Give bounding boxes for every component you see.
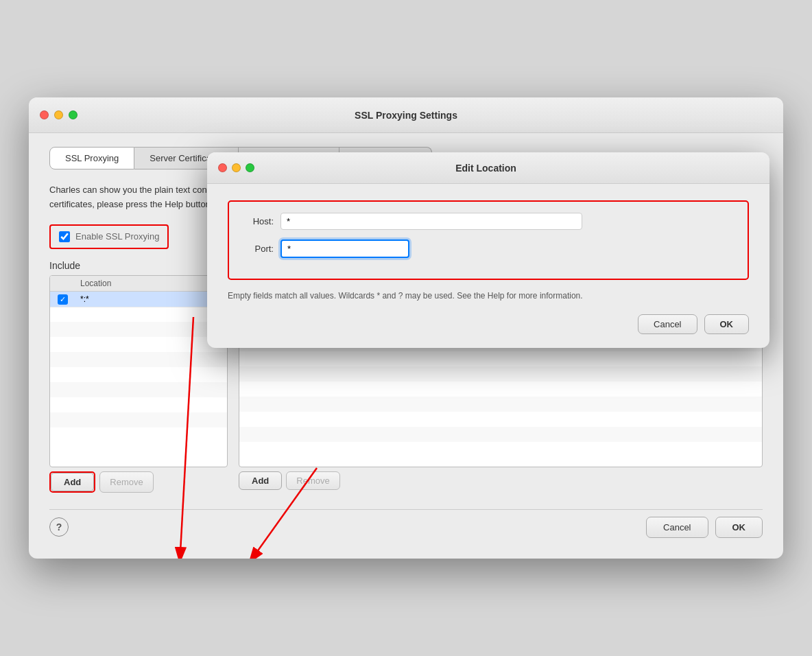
enable-ssl-label: Enable SSL Proxying (75, 231, 159, 242)
main-window: SSL Proxying Settings SSL Proxying Serve… (29, 97, 783, 559)
tab-ssl-proxying[interactable]: SSL Proxying (49, 147, 134, 169)
edit-location-dialog: Edit Location Host: Port: Empty fields m… (207, 152, 769, 348)
minimize-button[interactable] (54, 110, 63, 119)
port-field-group: Port: (243, 239, 734, 258)
bottom-right-buttons: Cancel OK (646, 517, 763, 538)
include-table-header: Location (50, 276, 227, 292)
add-button-highlight: Add (49, 471, 95, 493)
table-row (239, 412, 762, 427)
table-row (50, 352, 227, 367)
dialog-ok-button[interactable]: OK (704, 314, 750, 334)
dialog-cancel-button[interactable]: Cancel (638, 314, 697, 334)
include-buttons: Add Remove (49, 471, 228, 493)
dialog-close-button[interactable] (218, 163, 227, 172)
enable-ssl-row: Enable SSL Proxying (49, 224, 169, 249)
window-title: SSL Proxying Settings (355, 110, 457, 121)
form-highlight-box: Host: Port: (228, 200, 749, 280)
hint-text: Empty fields match all values. Wildcards… (228, 290, 749, 302)
host-field-group: Host: (243, 213, 734, 230)
dialog-title: Edit Location (261, 163, 710, 174)
col-location: Location (75, 276, 227, 292)
table-row (239, 366, 762, 382)
table-row (239, 442, 762, 457)
close-button[interactable] (40, 110, 49, 119)
help-button[interactable]: ? (49, 517, 69, 537)
enable-ssl-checkbox[interactable] (59, 231, 70, 242)
col-checkbox (50, 276, 75, 292)
include-section: Include Location (49, 260, 228, 493)
ok-button[interactable]: OK (715, 517, 763, 538)
include-table-container: Location ✓ *:* (49, 275, 228, 467)
title-bar: SSL Proxying Settings (29, 97, 783, 133)
bottom-bar: ? Cancel OK (49, 509, 763, 538)
exclude-remove-button[interactable]: Remove (286, 471, 339, 490)
port-input[interactable] (280, 239, 409, 258)
port-label: Port: (243, 244, 274, 254)
include-table: Location ✓ *:* (50, 276, 227, 443)
table-row (239, 427, 762, 442)
table-row (50, 307, 227, 322)
table-row (239, 382, 762, 397)
dialog-maximize-button[interactable] (246, 163, 254, 172)
table-row (50, 412, 227, 427)
table-row (50, 382, 227, 397)
checkmark-icon: ✓ (60, 296, 66, 303)
include-add-button[interactable]: Add (51, 473, 94, 491)
table-row (50, 322, 227, 337)
table-row (50, 427, 227, 443)
dialog-buttons: Cancel OK (228, 314, 749, 334)
table-row (239, 397, 762, 412)
table-row[interactable]: ✓ *:* (50, 291, 227, 307)
row-host-value: *:* (75, 291, 227, 307)
table-row (50, 367, 227, 382)
exclude-buttons: Add Remove (239, 471, 763, 490)
exclude-add-button[interactable]: Add (239, 471, 282, 490)
include-table-body: ✓ *:* (50, 291, 227, 443)
dialog-minimize-button[interactable] (232, 163, 241, 172)
dialog-title-bar: Edit Location (207, 152, 769, 184)
include-title: Include (49, 260, 228, 271)
include-remove-button[interactable]: Remove (99, 471, 153, 493)
maximize-button[interactable] (69, 110, 77, 119)
cancel-button[interactable]: Cancel (646, 517, 708, 538)
dialog-traffic-lights (218, 163, 254, 172)
table-row (239, 351, 762, 366)
row-check-cell: ✓ (50, 291, 75, 307)
table-row (50, 337, 227, 352)
traffic-lights (40, 110, 77, 119)
row-checkbox-checked[interactable]: ✓ (58, 294, 68, 305)
table-row (50, 397, 227, 412)
host-input[interactable] (280, 213, 582, 230)
host-label: Host: (243, 216, 274, 226)
dialog-body: Host: Port: Empty fields match all value… (207, 184, 769, 348)
